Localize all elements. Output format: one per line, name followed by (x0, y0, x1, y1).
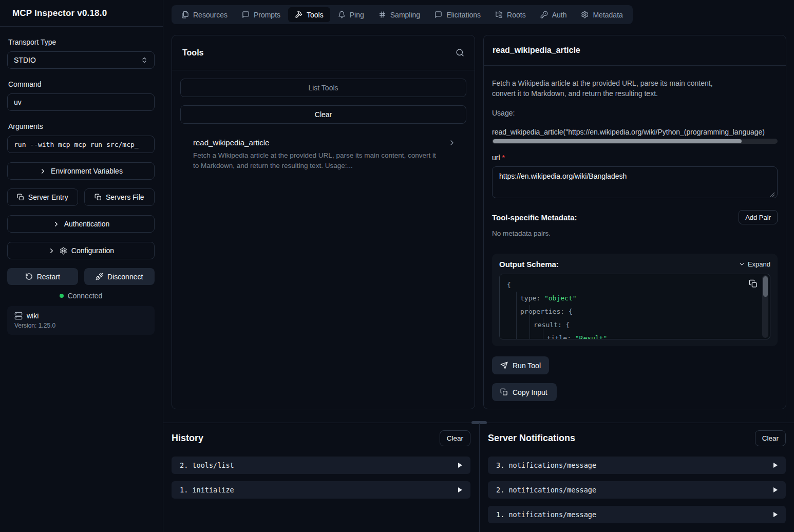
play-icon (773, 463, 778, 468)
history-item-label: 1. initialize (180, 486, 234, 494)
sidebar-header: MCP Inspector v0.18.0 (0, 0, 163, 27)
app-title: MCP Inspector v0.18.0 (12, 8, 107, 18)
tool-description: Fetch a Wikipedia article at the provide… (193, 150, 440, 171)
chevron-right-icon (48, 247, 55, 255)
rotate-ccw-icon (25, 273, 33, 280)
indent-guide (530, 305, 530, 339)
transport-type-label: Transport Type (8, 38, 155, 46)
url-input[interactable]: https://en.wikipedia.org/wiki/Bangladesh (492, 166, 778, 198)
run-tool-label: Run Tool (513, 362, 541, 370)
list-tools-button[interactable]: List Tools (180, 79, 466, 97)
metadata-empty-text: No metadata pairs. (492, 230, 778, 237)
servers-file-label: Servers File (106, 193, 144, 201)
connected-dot-icon (60, 294, 64, 298)
disconnect-button[interactable]: Disconnect (84, 268, 155, 285)
tool-list-item[interactable]: read_wikipedia_article Fetch a Wikipedia… (180, 138, 466, 171)
server-entry-button[interactable]: Server Entry (7, 188, 78, 206)
server-entry-label: Server Entry (28, 193, 68, 201)
restart-button[interactable]: Restart (7, 268, 78, 285)
servers-file-button[interactable]: Servers File (84, 188, 155, 206)
environment-variables-button[interactable]: Environment Variables (7, 162, 155, 180)
tab-auth[interactable]: Auth (534, 7, 574, 22)
vertical-splitter[interactable] (479, 423, 480, 532)
authentication-button[interactable]: Authentication (7, 215, 155, 233)
copy-input-button[interactable]: Copy Input (492, 383, 557, 401)
chevrons-up-down-icon (141, 56, 148, 64)
tab-label: Roots (507, 11, 526, 19)
top-nav: Resources Prompts Tools Ping Sampling (172, 5, 633, 24)
tab-metadata[interactable]: Metadata (574, 7, 629, 22)
clear-history-button[interactable]: Clear (440, 430, 470, 446)
usage-horizontal-scrollbar[interactable] (492, 139, 778, 144)
arguments-input[interactable] (7, 136, 155, 153)
indent-guide (516, 292, 517, 339)
connection-status-label: Connected (68, 292, 103, 300)
play-icon (773, 487, 778, 492)
notification-item[interactable]: 2. notifications/message (488, 481, 786, 499)
search-icon[interactable] (456, 48, 464, 57)
scrollbar-thumb[interactable] (493, 139, 742, 143)
usage-code: read_wikipedia_article("https://en.wikip… (492, 128, 778, 136)
resize-handle-icon[interactable] (770, 192, 775, 197)
code-line: type: "object" (507, 292, 754, 305)
gear-icon (581, 11, 589, 18)
tool-metadata-label: Tool-specific Metadata: (492, 213, 577, 222)
schema-vertical-scrollbar[interactable] (762, 275, 768, 338)
send-icon (500, 362, 508, 369)
copy-icon (94, 194, 102, 201)
output-schema-card: Output Schema: Expand { type: "object" p… (492, 254, 778, 346)
folder-tree-icon (495, 11, 503, 18)
chevron-right-icon (448, 139, 456, 147)
clear-tools-button[interactable]: Clear (180, 105, 466, 124)
key-icon (540, 11, 548, 18)
code-line: properties: { (507, 305, 754, 318)
transport-type-value: STDIO (14, 56, 36, 64)
gear-icon (60, 247, 67, 255)
copy-schema-icon[interactable] (749, 279, 758, 288)
restart-label: Restart (37, 273, 60, 281)
notification-item[interactable]: 3. notifications/message (488, 457, 786, 474)
tab-label: Auth (552, 11, 567, 19)
indent-guide (543, 318, 543, 339)
unplug-icon (96, 273, 103, 280)
arguments-label: Arguments (8, 122, 155, 130)
tool-name: read_wikipedia_article (193, 138, 269, 147)
tab-label: Resources (193, 11, 228, 19)
tab-ping[interactable]: Ping (331, 7, 371, 22)
tab-elicitations[interactable]: Elicitations (428, 7, 487, 22)
copy-icon (500, 388, 508, 396)
disconnect-label: Disconnect (107, 273, 143, 281)
tool-detail-title: read_wikipedia_article (493, 46, 580, 55)
add-pair-button[interactable]: Add Pair (739, 210, 778, 224)
tab-sampling[interactable]: Sampling (372, 7, 427, 22)
tab-label: Metadata (593, 11, 622, 19)
server-notifications-title: Server Notifications (488, 433, 575, 444)
tab-prompts[interactable]: Prompts (235, 7, 287, 22)
server-info-card: wiki Version: 1.25.0 (7, 306, 155, 335)
transport-type-select[interactable]: STDIO (7, 51, 155, 69)
tab-resources[interactable]: Resources (175, 7, 234, 22)
output-schema-label: Output Schema: (499, 260, 559, 269)
chevron-right-icon (52, 220, 60, 228)
server-version: Version: 1.25.0 (14, 322, 147, 329)
notification-item[interactable]: 1. notifications/message (488, 506, 786, 523)
notification-item-label: 3. notifications/message (496, 461, 596, 469)
history-section: History Clear 2. tools/list 1. initializ… (172, 430, 470, 506)
history-item[interactable]: 2. tools/list (172, 457, 470, 474)
tab-tools[interactable]: Tools (288, 7, 330, 22)
authentication-label: Authentication (64, 220, 110, 228)
configuration-button[interactable]: Configuration (7, 242, 155, 259)
message-square-icon (434, 11, 442, 18)
clear-notifications-button[interactable]: Clear (755, 430, 786, 446)
play-icon (458, 487, 462, 492)
history-item[interactable]: 1. initialize (172, 481, 470, 499)
tool-detail-description: Fetch a Wikipedia article at the provide… (492, 78, 729, 99)
message-square-icon (242, 11, 250, 18)
required-asterisk: * (502, 154, 505, 162)
run-tool-button[interactable]: Run Tool (492, 356, 549, 374)
tab-roots[interactable]: Roots (488, 7, 533, 22)
command-input[interactable] (7, 93, 155, 111)
scrollbar-thumb[interactable] (763, 276, 768, 297)
notification-item-label: 1. notifications/message (496, 510, 596, 519)
expand-schema-button[interactable]: Expand (739, 260, 770, 268)
